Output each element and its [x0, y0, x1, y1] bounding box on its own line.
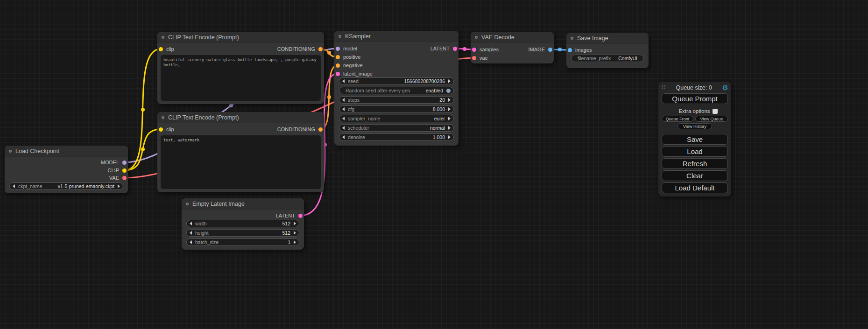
latent-slot-dot[interactable]: [453, 47, 457, 51]
node-titlebar[interactable]: CLIP Text Encode (Prompt): [157, 112, 324, 123]
node-load-checkpoint[interactable]: Load Checkpoint MODEL CLIP VAE ckpt_name…: [5, 146, 128, 193]
node-titlebar[interactable]: CLIP Text Encode (Prompt): [157, 32, 324, 43]
output-slot-clip[interactable]: CLIP: [108, 167, 127, 174]
collapse-icon[interactable]: [9, 150, 12, 153]
widget-cfg[interactable]: cfg 8.000: [339, 105, 454, 113]
collapse-icon[interactable]: [186, 203, 189, 205]
decrement-arrow-icon[interactable]: [13, 184, 15, 188]
collapse-icon[interactable]: [162, 36, 164, 39]
node-empty-latent-image[interactable]: Empty Latent Image LATENT width 512 heig…: [182, 198, 304, 250]
settings-gear-icon[interactable]: ⚙: [722, 84, 728, 91]
increment-arrow-icon[interactable]: [294, 240, 296, 244]
widget-ckpt-name[interactable]: ckpt_name v1-5-pruned-emaonly.ckpt: [9, 182, 123, 190]
input-slot-model[interactable]: model: [336, 45, 357, 52]
decrement-arrow-icon[interactable]: [342, 98, 345, 102]
prompt-textarea[interactable]: text, watermark: [161, 135, 321, 189]
seed-toggle-dot-icon[interactable]: [446, 89, 451, 93]
clip-slot-dot[interactable]: [159, 47, 163, 51]
input-slot-latent-image[interactable]: latent_image: [336, 70, 373, 77]
output-slot-latent[interactable]: LATENT: [276, 212, 303, 219]
increment-arrow-icon[interactable]: [448, 107, 451, 111]
decrement-arrow-icon[interactable]: [342, 135, 345, 139]
clear-button[interactable]: Clear: [662, 170, 728, 181]
input-slot-positive[interactable]: positive: [336, 54, 360, 60]
image-slot-dot[interactable]: [548, 48, 552, 52]
node-titlebar[interactable]: Save Image: [566, 33, 649, 44]
node-titlebar[interactable]: Empty Latent Image: [182, 198, 304, 210]
prompt-textarea[interactable]: beautiful scenery nature glass bottle la…: [161, 55, 321, 101]
graph-canvas[interactable]: Load Checkpoint MODEL CLIP VAE ckpt_name…: [0, 0, 868, 329]
vae-slot-dot[interactable]: [122, 176, 127, 180]
output-slot-conditioning[interactable]: CONDITIONING: [277, 46, 323, 52]
queue-front-button[interactable]: Queue Front: [662, 116, 693, 122]
node-vae-decode[interactable]: VAE Decode samples vae IMAGE: [471, 32, 554, 63]
drag-handle-icon[interactable]: ⠿: [661, 84, 666, 91]
widget-sampler-name[interactable]: sampler_name euler: [339, 115, 454, 122]
collapse-icon[interactable]: [571, 37, 573, 40]
model-slot-dot[interactable]: [336, 47, 340, 51]
increment-arrow-icon[interactable]: [294, 231, 296, 235]
input-slot-negative[interactable]: negative: [336, 62, 363, 69]
input-slot-samples[interactable]: samples: [472, 46, 499, 53]
extra-options-checkbox[interactable]: [713, 109, 718, 114]
input-slot-clip[interactable]: clip: [159, 126, 174, 133]
output-slot-latent[interactable]: LATENT: [430, 45, 457, 52]
widget-batch-size[interactable]: batch_size 1: [186, 238, 299, 246]
collapse-icon[interactable]: [475, 36, 478, 39]
decrement-arrow-icon[interactable]: [342, 107, 345, 111]
save-button[interactable]: Save: [662, 134, 728, 145]
comfy-menu-panel[interactable]: ⠿ Queue size: 0 ⚙ Queue Prompt Extra opt…: [658, 82, 731, 196]
output-slot-image[interactable]: IMAGE: [529, 46, 552, 53]
widget-seed[interactable]: seed 156680208700286: [339, 77, 454, 85]
widget-seed-control[interactable]: Random seed after every gen enabled: [339, 87, 454, 94]
increment-arrow-icon[interactable]: [448, 117, 451, 120]
node-titlebar[interactable]: VAE Decode: [471, 32, 554, 43]
image-slot-dot[interactable]: [568, 48, 572, 52]
node-clip-text-encode-negative[interactable]: CLIP Text Encode (Prompt) clip CONDITION…: [157, 112, 324, 192]
latent-slot-dot[interactable]: [298, 214, 303, 218]
view-queue-button[interactable]: View Queue: [695, 116, 728, 122]
increment-arrow-icon[interactable]: [448, 98, 451, 102]
collapse-icon[interactable]: [339, 35, 341, 38]
decrement-arrow-icon[interactable]: [190, 231, 192, 235]
increment-arrow-icon[interactable]: [118, 184, 120, 188]
conditioning-slot-dot[interactable]: [336, 63, 340, 68]
conditioning-slot-dot[interactable]: [336, 55, 340, 59]
load-button[interactable]: Load: [662, 146, 728, 157]
load-default-button[interactable]: Load Default: [662, 182, 728, 193]
decrement-arrow-icon[interactable]: [190, 222, 192, 225]
widget-steps[interactable]: steps 20: [339, 96, 454, 104]
output-slot-model[interactable]: MODEL: [101, 159, 127, 166]
conditioning-slot-dot[interactable]: [318, 127, 323, 132]
collapse-icon[interactable]: [162, 116, 164, 119]
increment-arrow-icon[interactable]: [448, 79, 451, 83]
increment-arrow-icon[interactable]: [448, 126, 451, 130]
latent-slot-dot[interactable]: [336, 72, 340, 76]
queue-prompt-button[interactable]: Queue Prompt: [662, 93, 728, 104]
input-slot-vae[interactable]: vae: [472, 55, 488, 61]
widget-width[interactable]: width 512: [186, 220, 299, 227]
node-titlebar[interactable]: KSampler: [334, 31, 459, 42]
decrement-arrow-icon[interactable]: [342, 126, 345, 130]
widget-scheduler[interactable]: scheduler normal: [339, 124, 454, 132]
decrement-arrow-icon[interactable]: [342, 79, 345, 83]
input-slot-images[interactable]: images: [568, 47, 592, 53]
vae-slot-dot[interactable]: [472, 56, 476, 60]
widget-denoise[interactable]: denoise 1.000: [339, 133, 454, 141]
increment-arrow-icon[interactable]: [448, 135, 451, 139]
increment-arrow-icon[interactable]: [294, 222, 296, 225]
decrement-arrow-icon[interactable]: [190, 240, 192, 244]
decrement-arrow-icon[interactable]: [342, 117, 345, 120]
output-slot-conditioning[interactable]: CONDITIONING: [277, 126, 323, 133]
widget-filename-prefix[interactable]: filename_prefix ComfyUI: [571, 55, 644, 62]
input-slot-clip[interactable]: clip: [159, 46, 174, 52]
clip-slot-dot[interactable]: [159, 127, 163, 132]
model-slot-dot[interactable]: [122, 161, 127, 165]
clip-slot-dot[interactable]: [122, 168, 127, 173]
output-slot-vae[interactable]: VAE: [109, 175, 127, 181]
node-titlebar[interactable]: Load Checkpoint: [5, 146, 128, 157]
refresh-button[interactable]: Refresh: [662, 158, 728, 169]
node-clip-text-encode-positive[interactable]: CLIP Text Encode (Prompt) clip CONDITION…: [157, 32, 324, 104]
latent-slot-dot[interactable]: [472, 48, 476, 52]
view-history-button[interactable]: View History: [677, 123, 712, 129]
